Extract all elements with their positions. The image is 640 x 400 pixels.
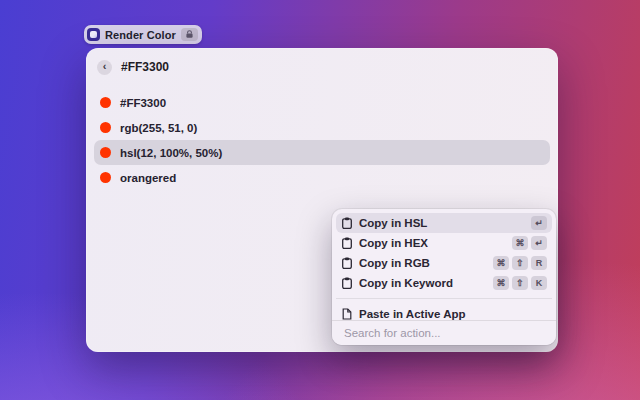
color-format-list: #FF3300 rgb(255, 51, 0) hsl(12, 100%, 50… [86,90,558,190]
desktop-background: Render Color ‹ #FF3300 #FF3300 rgb(255, … [0,0,640,400]
action-label: Copy in Keyword [359,277,486,289]
list-item-label: hsl(12, 100%, 50%) [120,147,222,159]
action-copy-rgb[interactable]: Copy in RGB ⌘ ⇧ R [336,253,552,273]
clipboard-icon [341,217,352,229]
list-item-rgb[interactable]: rgb(255, 51, 0) [94,115,550,140]
back-chevron-icon: ‹ [103,61,107,72]
action-label: Copy in HEX [359,237,505,249]
action-panel: Copy in HSL ↵ Copy in HEX ⌘ ↵ [332,209,556,345]
clipboard-icon [341,237,352,249]
command-key-badge: ⌘ [512,236,528,250]
document-icon [341,308,352,320]
shortcut-keys: ↵ [531,216,547,230]
action-label: Copy in RGB [359,257,486,269]
color-swatch-dot [100,147,111,158]
command-key-badge: ⌘ [493,256,509,270]
list-item-label: #FF3300 [120,97,166,109]
action-label: Paste in Active App [359,308,547,320]
action-label: Copy in HSL [359,217,524,229]
clipboard-icon [341,257,352,269]
shortcut-keys: ⌘ ↵ [512,236,547,250]
shortcut-keys: ⌘ ⇧ K [493,276,547,290]
action-search-input[interactable] [342,326,546,340]
command-pill-label: Render Color [105,29,176,41]
list-item-label: orangered [120,172,176,184]
shortcut-keys: ⌘ ⇧ R [493,256,547,270]
return-key-badge: ↵ [531,216,547,230]
action-copy-hsl[interactable]: Copy in HSL ↵ [336,213,552,233]
list-item-keyword[interactable]: orangered [94,165,550,190]
color-swatch-dot [100,172,111,183]
clipboard-icon [341,277,352,289]
action-copy-hex[interactable]: Copy in HEX ⌘ ↵ [336,233,552,253]
color-swatch-dot [100,122,111,133]
action-copy-keyword[interactable]: Copy in Keyword ⌘ ⇧ K [336,273,552,293]
action-list: Copy in HSL ↵ Copy in HEX ⌘ ↵ [332,209,556,320]
back-button[interactable]: ‹ [97,60,112,75]
letter-key-badge: K [531,276,547,290]
list-item-label: rgb(255, 51, 0) [120,122,197,134]
command-pill[interactable]: Render Color [84,25,202,44]
command-key-badge: ⌘ [493,276,509,290]
page-title: #FF3300 [121,60,169,74]
color-swatch-dot [100,97,111,108]
list-item-hex[interactable]: #FF3300 [94,90,550,115]
action-panel-divider [336,298,552,299]
shift-key-badge: ⇧ [512,256,528,270]
render-color-extension-icon [87,28,100,41]
shift-key-badge: ⇧ [512,276,528,290]
return-key-badge: ↵ [531,236,547,250]
action-paste-active-app[interactable]: Paste in Active App [336,304,552,320]
letter-key-badge: R [531,256,547,270]
window-header: ‹ #FF3300 [86,48,558,82]
list-item-hsl[interactable]: hsl(12, 100%, 50%) [94,140,550,165]
action-search-bar [332,320,556,345]
lock-icon [181,28,198,41]
